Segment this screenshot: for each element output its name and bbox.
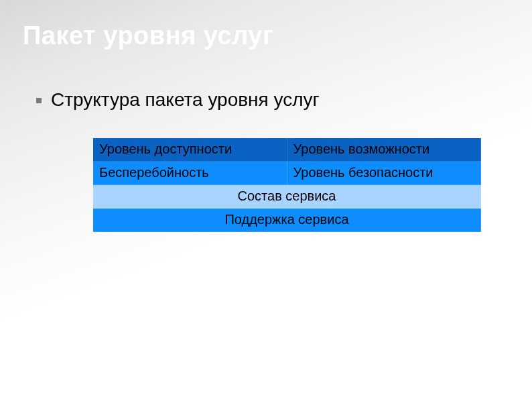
slide-title: Пакет уровня услуг xyxy=(0,0,532,50)
structure-table: Уровень доступности Уровень возможности … xyxy=(92,137,481,232)
table-row: Состав сервиса xyxy=(93,185,481,209)
table-cell: Уровень безопасности xyxy=(287,162,481,185)
bullet-text: Структура пакета уровня услуг xyxy=(51,89,320,111)
bullet-item: Структура пакета уровня услуг xyxy=(36,89,532,111)
table-container: Уровень доступности Уровень возможности … xyxy=(92,137,481,232)
table-row: Бесперебойность Уровень безопасности xyxy=(93,162,481,185)
table-cell: Уровень доступности xyxy=(93,138,287,162)
table-cell: Уровень возможности xyxy=(287,138,481,162)
table-cell-merged: Поддержка сервиса xyxy=(93,209,481,232)
square-bullet-icon xyxy=(36,98,42,103)
content-area: Структура пакета уровня услуг Уровень до… xyxy=(0,50,532,232)
table-cell-merged: Состав сервиса xyxy=(93,185,481,209)
table-row: Поддержка сервиса xyxy=(93,209,481,232)
table-row: Уровень доступности Уровень возможности xyxy=(93,138,481,162)
table-cell: Бесперебойность xyxy=(93,162,287,185)
